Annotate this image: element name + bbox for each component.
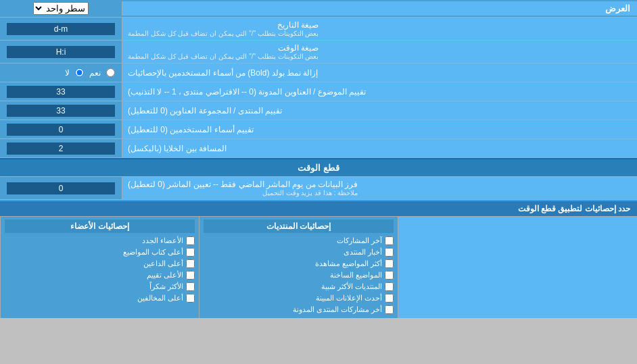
bold-remove-radio-cell[interactable]: نعم لا bbox=[0, 63, 122, 82]
stats-label-member-0: الأعضاء الجدد bbox=[142, 236, 183, 245]
rank-forum-group-label: تقييم المنتدى / المجموعة العناوين (0 للت… bbox=[122, 101, 637, 120]
stats-checkbox-forum-1[interactable] bbox=[385, 248, 394, 257]
rank-usernames-row: تقييم أسماء المستخدمين (0 للتعطيل) bbox=[0, 120, 637, 139]
stats-label-forum-3: المواضيع الساخنة bbox=[330, 271, 382, 280]
stats-member-item-1[interactable]: أعلى كتاب المواضيع bbox=[5, 246, 195, 258]
stats-checkbox-forum-5[interactable] bbox=[385, 294, 394, 303]
stats-col-members: إحصائيات الأعضاء الأعضاء الجدد أعلى كتاب… bbox=[0, 217, 199, 318]
stats-checkbox-member-3[interactable] bbox=[186, 271, 195, 280]
space-cells-row: المسافة بين الخلايا (بالبكسل) bbox=[0, 139, 637, 158]
time-format-label: صيغة الوقت بعض التكوينات يتطلب "/" التي … bbox=[122, 41, 637, 63]
date-format-row: صيغة التاريخ بعض التكوينات يتطلب "/" الت… bbox=[0, 18, 637, 41]
stats-item-5[interactable]: أحدث الإعلانات المبينة bbox=[204, 292, 394, 304]
stats-col-forums-header: إحصائيات المنتديات bbox=[204, 219, 394, 233]
stats-section: حدد إحصائيات لتطبيق قطع الوقت إحصائيات ا… bbox=[0, 200, 637, 318]
stats-label-member-1: أعلى كتاب المواضيع bbox=[123, 248, 183, 257]
cutoff-section-header: قطع الوقت bbox=[0, 158, 637, 177]
stats-label-member-5: أعلى المخالفين bbox=[137, 294, 183, 303]
stats-checkbox-member-2[interactable] bbox=[186, 259, 195, 268]
rank-forum-group-input-cell[interactable] bbox=[0, 101, 122, 120]
stats-member-item-0[interactable]: الأعضاء الجدد bbox=[5, 235, 195, 246]
stats-member-item-5[interactable]: أعلى المخالفين bbox=[5, 292, 195, 304]
bold-yes-label: نعم bbox=[89, 68, 101, 78]
stats-item-0[interactable]: آخر المشاركات bbox=[204, 235, 394, 246]
stats-header-label: حدد إحصائيات لتطبيق قطع الوقت bbox=[518, 204, 630, 213]
time-format-input[interactable] bbox=[7, 46, 115, 58]
rank-forum-group-input[interactable] bbox=[7, 105, 115, 117]
stats-item-3[interactable]: المواضيع الساخنة bbox=[204, 269, 394, 281]
stats-item-2[interactable]: أكثر المواضيع مشاهدة bbox=[204, 258, 394, 269]
stats-checkbox-forum-3[interactable] bbox=[385, 271, 394, 280]
space-cells-input[interactable] bbox=[7, 142, 115, 155]
stats-checkbox-forum-2[interactable] bbox=[385, 259, 394, 268]
rank-usernames-input[interactable] bbox=[7, 124, 115, 136]
stats-content: إحصائيات المنتديات آخر المشاركات أخبار ا… bbox=[0, 217, 637, 318]
stats-item-6[interactable]: أخر مشاركات المنتدى المدونة bbox=[204, 304, 394, 315]
top-label: العرض bbox=[122, 1, 637, 16]
stats-member-item-3[interactable]: الأعلى تقييم bbox=[5, 269, 195, 281]
stats-checkbox-forum-6[interactable] bbox=[385, 305, 394, 314]
stats-col-forums: إحصائيات المنتديات آخر المشاركات أخبار ا… bbox=[199, 217, 398, 318]
space-cells-input-cell[interactable] bbox=[0, 139, 122, 157]
rank-topics-row: تقييم الموضوع / العناوين المدونة (0 -- ا… bbox=[0, 82, 637, 101]
bold-no-radio[interactable] bbox=[75, 68, 84, 77]
rank-usernames-label: تقييم أسماء المستخدمين (0 للتعطيل) bbox=[122, 120, 637, 138]
stats-label-member-2: أعلى الداعين bbox=[143, 259, 183, 268]
stats-label-forum-2: أكثر المواضيع مشاهدة bbox=[315, 259, 382, 268]
bold-remove-label: إزالة نمط بولد (Bold) من أسماء المستخدمي… bbox=[122, 63, 637, 82]
cutoff-row: فرز البيانات من يوم الماشر الماضي فقط --… bbox=[0, 177, 637, 200]
bold-yes-radio[interactable] bbox=[106, 68, 115, 77]
stats-label-forum-0: آخر المشاركات bbox=[337, 236, 382, 245]
cutoff-input[interactable] bbox=[7, 182, 115, 194]
stats-checkbox-member-5[interactable] bbox=[186, 294, 195, 303]
stats-col-members-header: إحصائيات الأعضاء bbox=[5, 219, 195, 233]
stats-item-4[interactable]: المنتديات الأكثر شبية bbox=[204, 281, 394, 292]
stats-header-row: حدد إحصائيات لتطبيق قطع الوقت bbox=[0, 201, 637, 217]
rank-forum-group-row: تقييم المنتدى / المجموعة العناوين (0 للت… bbox=[0, 101, 637, 120]
time-format-row: صيغة الوقت بعض التكوينات يتطلب "/" التي … bbox=[0, 41, 637, 63]
stats-label-forum-1: أخبار المنتدى bbox=[344, 248, 382, 257]
rank-topics-input[interactable] bbox=[7, 86, 115, 98]
date-format-input-cell[interactable] bbox=[0, 18, 122, 40]
top-row: العرض سطر واحد سطرين ثلاثة أسطر bbox=[0, 0, 637, 18]
stats-label-forum-6: أخر مشاركات المنتدى المدونة bbox=[293, 305, 382, 314]
stats-label-member-3: الأعلى تقييم bbox=[147, 271, 183, 280]
stats-checkbox-member-0[interactable] bbox=[186, 236, 195, 245]
stats-label-forum-5: أحدث الإعلانات المبينة bbox=[316, 294, 382, 303]
stats-item-1[interactable]: أخبار المنتدى bbox=[204, 246, 394, 258]
bold-no-label: لا bbox=[65, 68, 70, 78]
bold-remove-row: إزالة نمط بولد (Bold) من أسماء المستخدمي… bbox=[0, 63, 637, 82]
space-cells-label: المسافة بين الخلايا (بالبكسل) bbox=[122, 139, 637, 157]
stats-checkbox-forum-0[interactable] bbox=[385, 236, 394, 245]
rank-usernames-input-cell[interactable] bbox=[0, 120, 122, 138]
stats-member-item-2[interactable]: أعلى الداعين bbox=[5, 258, 195, 269]
stats-checkbox-member-1[interactable] bbox=[186, 248, 195, 257]
stats-checkbox-forum-4[interactable] bbox=[385, 282, 394, 291]
rank-topics-input-cell[interactable] bbox=[0, 82, 122, 101]
stats-checkbox-member-4[interactable] bbox=[186, 282, 195, 291]
top-select-cell[interactable]: سطر واحد سطرين ثلاثة أسطر bbox=[0, 0, 122, 17]
date-format-input[interactable] bbox=[7, 23, 115, 35]
stats-label-forum-4: المنتديات الأكثر شبية bbox=[321, 282, 382, 291]
stats-label-member-4: الأكثر شكراً bbox=[149, 282, 183, 291]
cutoff-input-cell[interactable] bbox=[0, 177, 122, 199]
rank-topics-label: تقييم الموضوع / العناوين المدونة (0 -- ا… bbox=[122, 82, 637, 101]
time-format-input-cell[interactable] bbox=[0, 41, 122, 63]
date-format-label: صيغة التاريخ بعض التكوينات يتطلب "/" الت… bbox=[122, 18, 637, 40]
stats-right-spacer bbox=[398, 217, 637, 318]
cutoff-label: فرز البيانات من يوم الماشر الماضي فقط --… bbox=[122, 177, 637, 199]
stats-member-item-4[interactable]: الأكثر شكراً bbox=[5, 281, 195, 292]
display-select[interactable]: سطر واحد سطرين ثلاثة أسطر bbox=[33, 2, 89, 15]
